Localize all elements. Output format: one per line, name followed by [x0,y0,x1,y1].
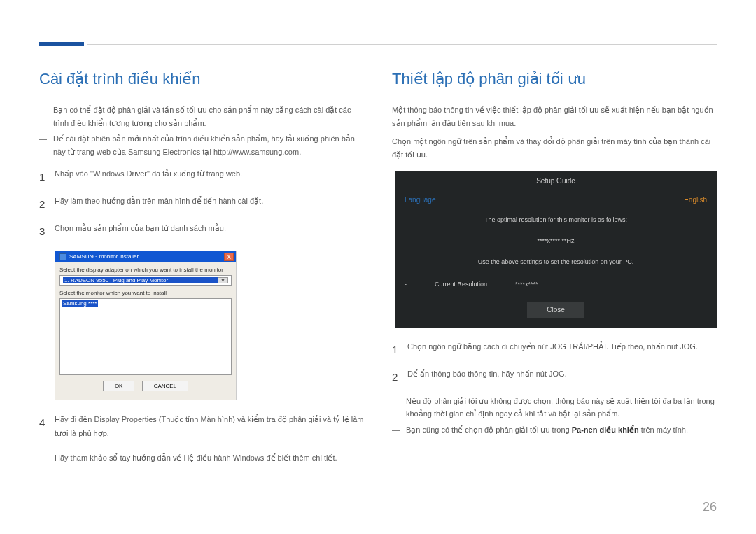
step-text: Hãy đi đến Display Properties (Thuộc tín… [55,413,364,441]
chevron-down-icon[interactable]: ▼ [218,277,228,283]
intro-paragraph: Chọn một ngôn ngữ trên sản phẩm và thay … [392,135,717,161]
osd-setup-guide: Setup Guide Language English The optimal… [395,171,717,328]
note-text: Để cài đặt phiên bản mới nhất của trình … [53,132,364,158]
note-item: ― Bạn cũng có thể chọn độ phân giải tối … [392,423,717,437]
note-text: Bạn có thể đặt độ phân giải và tần số tố… [53,104,364,129]
step-number: 4 [39,413,46,441]
step-item: 2 Để ẩn thông báo thông tin, hãy nhấn nú… [392,367,717,386]
installer-title-text: SAMSUNG monitor installer [69,253,139,260]
osd-message-line2: Use the above settings to set the resolu… [395,251,717,272]
osd-language-label: Language [405,196,436,204]
osd-resolution-placeholder: ****x**** **Hz [395,230,717,251]
footnote-text: Hãy tham khảo sổ tay hướng dẫn về Hệ điề… [55,451,364,465]
monitor-icon [59,253,66,260]
adapter-combobox[interactable]: 1. RADEON 9550 : Plug and Play Monitor ▼ [59,275,232,286]
step-number: 1 [39,167,46,186]
right-heading: Thiết lập độ phân giải tối ưu [392,70,717,88]
osd-message-line1: The optimal resolution for this monitor … [395,209,717,230]
dash-icon: - [405,281,407,288]
dash-icon: ― [39,132,48,158]
note-item: ― Bạn có thể đặt độ phân giải và tần số … [39,104,364,129]
cancel-button[interactable]: CANCEL [142,381,188,391]
list-selected: Samsung **** [62,300,98,307]
osd-language-row[interactable]: Language English [395,190,717,209]
installer-window: SAMSUNG monitor installer X Select the d… [55,251,237,400]
right-column: Thiết lập độ phân giải tối ưu Một thông … [392,70,717,465]
note-item: ― Nếu độ phân giải tối ưu không được chọ… [392,395,717,421]
installer-buttons: OK CANCEL [59,381,232,395]
combo-selected: 1. RADEON 9550 : Plug and Play Monitor [63,277,218,283]
osd-current-resolution-label: Current Resolution [435,281,487,288]
step-item: 1 Nhấp vào "Windows Driver" đã tải xuống… [39,167,364,186]
step-number: 2 [392,367,399,386]
step-item: 3 Chọn mẫu sản phẩm của bạn từ danh sách… [39,222,364,241]
dash-icon: ― [392,395,400,421]
header-accent-bar [39,42,84,46]
osd-current-resolution-value: ****x**** [515,281,538,288]
step-text: Chọn mẫu sản phẩm của bạn từ danh sách m… [55,222,226,241]
osd-language-value: English [684,196,707,204]
left-column: Cài đặt trình điều khiển ― Bạn có thể đặ… [39,70,364,465]
step-number: 3 [39,222,46,241]
step-item: 1 Chọn ngôn ngữ bằng cách di chuyển nút … [392,340,717,359]
osd-close-button[interactable]: Close [527,302,584,318]
installer-label-monitor: Select the monitor which you want to ins… [59,290,232,296]
note-text: Bạn cũng có thể chọn độ phân giải tối ưu… [406,423,688,437]
step-text: Chọn ngôn ngữ bằng cách di chuyển nút JO… [407,340,698,359]
step-text: Để ẩn thông báo thông tin, hãy nhấn nút … [407,367,567,386]
left-heading: Cài đặt trình điều khiển [39,70,364,88]
page-number: 26 [703,500,717,514]
note-text: Nếu độ phân giải tối ưu không được chọn,… [406,395,717,421]
page-content: Cài đặt trình điều khiển ― Bạn có thể đặ… [39,70,717,465]
step-item: 4 Hãy đi đến Display Properties (Thuộc t… [39,413,364,441]
osd-title: Setup Guide [395,171,717,190]
monitor-listbox[interactable]: Samsung **** [59,298,232,375]
intro-paragraph: Một thông báo thông tin về việc thiết lậ… [392,104,717,129]
osd-close-row: Close [395,296,717,328]
dash-icon: ― [39,104,48,129]
installer-body: Select the display adapter on which you … [55,262,236,400]
installer-label-adapter: Select the display adapter on which you … [59,267,232,273]
step-item: 2 Hãy làm theo hướng dẫn trên màn hình đ… [39,195,364,213]
header-divider [87,44,717,45]
step-text: Hãy làm theo hướng dẫn trên màn hình để … [55,195,263,213]
step-number: 1 [392,340,399,359]
installer-titlebar: SAMSUNG monitor installer X [55,251,236,262]
note-item: ― Để cài đặt phiên bản mới nhất của trìn… [39,132,364,158]
ok-button[interactable]: OK [103,381,135,391]
step-text: Nhấp vào "Windows Driver" đã tải xuống t… [55,167,242,186]
step-number: 2 [39,195,46,213]
close-icon[interactable]: X [224,253,234,261]
osd-current-resolution-row: - Current Resolution ****x**** [395,272,717,296]
dash-icon: ― [392,423,400,437]
